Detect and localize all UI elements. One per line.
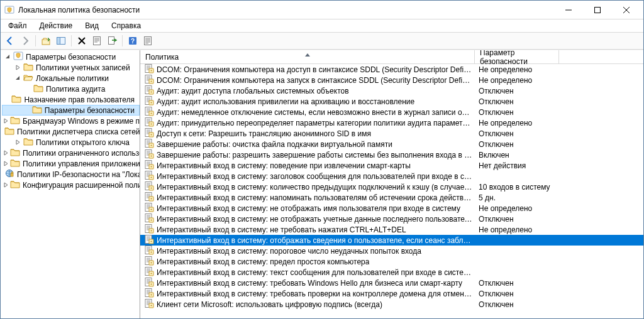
policy-name: Интерактивный вход в систему: не требова… — [157, 225, 406, 234]
folder-icon — [32, 104, 42, 116]
help-button[interactable]: ? — [126, 34, 140, 48]
svg-rect-1 — [595, 7, 601, 13]
column-header-policy[interactable]: Политика — [140, 50, 475, 63]
column-header-empty[interactable] — [559, 50, 643, 63]
list-row[interactable]: Интерактивный вход в систему: не требова… — [140, 224, 643, 235]
tree-item-rights[interactable]: Назначение прав пользователя — [2, 94, 140, 105]
list-row[interactable]: Интерактивный вход в систему: требовать … — [140, 288, 643, 299]
list-row[interactable]: Интерактивный вход в систему: требовать … — [140, 278, 643, 288]
tree-item-label: Политики IP-безопасности на "Локальный к… — [16, 170, 140, 179]
policy-name: Интерактивный вход в систему: напоминать… — [157, 193, 472, 202]
list-row[interactable]: Интерактивный вход в систему: отображать… — [140, 235, 643, 246]
list-row[interactable]: DCOM: Ограничения компьютера на доступ в… — [140, 64, 643, 75]
list-row[interactable]: Интерактивный вход в систему: количество… — [140, 181, 643, 192]
up-button[interactable] — [39, 34, 53, 48]
list-row[interactable]: Интерактивный вход в систему: поведение … — [140, 160, 643, 171]
export-button[interactable] — [105, 34, 119, 48]
policy-value: Отключен — [475, 129, 559, 138]
list-row[interactable]: Интерактивный вход в систему: текст сооб… — [140, 267, 643, 278]
list-row[interactable]: Интерактивный вход в систему: не отображ… — [140, 214, 643, 224]
collapse-icon[interactable] — [13, 74, 22, 83]
expand-icon[interactable] — [3, 160, 9, 168]
column-header-setting[interactable]: Параметр безопасности — [475, 50, 559, 63]
tree-item-nlm[interactable]: Политики диспетчера списка сетей — [2, 126, 140, 137]
policy-name: Аудит: немедленное отключение системы, е… — [157, 108, 472, 117]
close-button[interactable] — [612, 1, 641, 19]
menu-action[interactable]: Действие — [35, 20, 78, 31]
list-row[interactable]: Аудит: немедленное отключение системы, е… — [140, 107, 643, 117]
list-row[interactable]: Аудит: аудит доступа глобальных системны… — [140, 85, 643, 96]
list-row[interactable]: Доступ к сети: Разрешить трансляцию анон… — [140, 128, 643, 139]
tree-item-label: Политика аудита — [45, 85, 106, 94]
policy-name: Завершение работы: разрешить завершение … — [157, 151, 472, 160]
tree-item-fw[interactable]: Брандмауэр Windows в режиме повышенной б… — [2, 116, 140, 126]
list-body[interactable]: DCOM: Ограничения компьютера на доступ в… — [140, 64, 643, 318]
list-row[interactable]: Аудит: принудительно переопределяет пара… — [140, 117, 643, 128]
toolbar-separator — [71, 35, 72, 46]
policy-value: 5 дн. — [475, 193, 559, 202]
policy-name: Интерактивный вход в систему: количество… — [157, 183, 472, 192]
tree-panel[interactable]: Параметры безопасностиПолитики учетных з… — [1, 50, 140, 318]
tree-item-root[interactable]: Параметры безопасности — [2, 51, 140, 62]
minimize-button[interactable] — [554, 1, 583, 19]
policy-name: Интерактивный вход в систему: не отображ… — [157, 204, 460, 213]
menubar: Файл Действие Вид Справка — [1, 19, 643, 32]
policy-name: Интерактивный вход в систему: требовать … — [157, 279, 462, 288]
list-row[interactable]: Аудит: аудит использования привилегии на… — [140, 96, 643, 107]
tree-item-pk[interactable]: Политики открытого ключа — [2, 137, 140, 148]
tree-item-label: Брандмауэр Windows в режиме повышенной б… — [21, 117, 140, 126]
menu-file[interactable]: Файл — [3, 20, 32, 31]
properties-button[interactable] — [90, 34, 104, 48]
collapse-icon[interactable] — [3, 53, 12, 62]
list-row[interactable]: Интерактивный вход в систему: пороговое … — [140, 246, 643, 256]
list-row[interactable]: Интерактивный вход в систему: напоминать… — [140, 192, 643, 203]
tree-item-srp[interactable]: Политики ограниченного использования про… — [2, 148, 140, 158]
show-hide-tree-button[interactable] — [54, 34, 68, 48]
tree-item-label: Параметры безопасности — [25, 53, 117, 62]
policy-value: Нет действия — [475, 161, 559, 170]
folder-icon — [10, 179, 20, 191]
tree-item-label: Параметры безопасности — [43, 106, 136, 115]
maximize-button[interactable] — [583, 1, 612, 19]
refresh-button[interactable] — [141, 34, 155, 48]
forward-button[interactable] — [18, 34, 32, 48]
tree-item-label: Политики ограниченного использования про… — [21, 149, 140, 158]
tree-item-appctrl[interactable]: Политики управления приложениями — [2, 158, 140, 169]
expand-icon[interactable] — [3, 181, 9, 190]
tree-item-secopts[interactable]: Параметры безопасности — [2, 105, 140, 116]
tree: Параметры безопасностиПолитики учетных з… — [1, 50, 140, 192]
policy-name: Аудит: принудительно переопределяет пара… — [157, 119, 472, 127]
policy-name: Интерактивный вход в систему: текст сооб… — [157, 268, 472, 277]
folder-open-icon — [23, 72, 33, 84]
list-row[interactable]: Интерактивный вход в систему: не отображ… — [140, 203, 643, 214]
list-row[interactable]: Клиент сети Microsoft: использовать цифр… — [140, 299, 643, 310]
tree-item-acct[interactable]: Политики учетных записей — [2, 62, 140, 73]
expand-icon[interactable] — [3, 149, 9, 158]
list-row[interactable]: Завершение работы: разрешить завершение … — [140, 149, 643, 160]
expand-icon[interactable] — [3, 117, 9, 126]
menu-view[interactable]: Вид — [80, 20, 104, 31]
expand-icon[interactable] — [13, 63, 22, 72]
list-row[interactable]: Интерактивный вход в систему: заголовок … — [140, 171, 643, 181]
menu-help[interactable]: Справка — [106, 20, 146, 31]
list-panel: Политика Параметр безопасности DCOM: Огр… — [140, 50, 643, 318]
tree-item-advaudit[interactable]: Конфигурация расширенной политики аудита — [2, 180, 140, 190]
tree-item-audit[interactable]: Политика аудита — [2, 84, 140, 94]
list-row[interactable]: Завершение работы: очистка файла подкачк… — [140, 139, 643, 149]
tree-item-ipsec[interactable]: Политики IP-безопасности на "Локальный к… — [2, 169, 140, 180]
expand-icon[interactable] — [13, 138, 22, 147]
policy-value: Отключен — [475, 140, 559, 149]
column-label: Политика — [145, 53, 179, 62]
window-controls — [554, 1, 641, 19]
list-row[interactable]: DCOM: Ограничения компьютера на запуск в… — [140, 75, 643, 85]
tree-item-local[interactable]: Локальные политики — [2, 73, 140, 84]
delete-button[interactable] — [75, 34, 89, 48]
window-title: Локальная политика безопасности — [18, 6, 554, 14]
policy-value: Отключен — [475, 97, 559, 106]
folder-icon — [23, 136, 33, 148]
sort-asc-icon — [305, 50, 310, 58]
tree-item-label: Политики диспетчера списка сетей — [16, 127, 140, 136]
policy-value: Не определено — [475, 76, 559, 85]
list-row[interactable]: Интерактивный вход в систему: предел про… — [140, 256, 643, 267]
back-button[interactable] — [3, 34, 17, 48]
